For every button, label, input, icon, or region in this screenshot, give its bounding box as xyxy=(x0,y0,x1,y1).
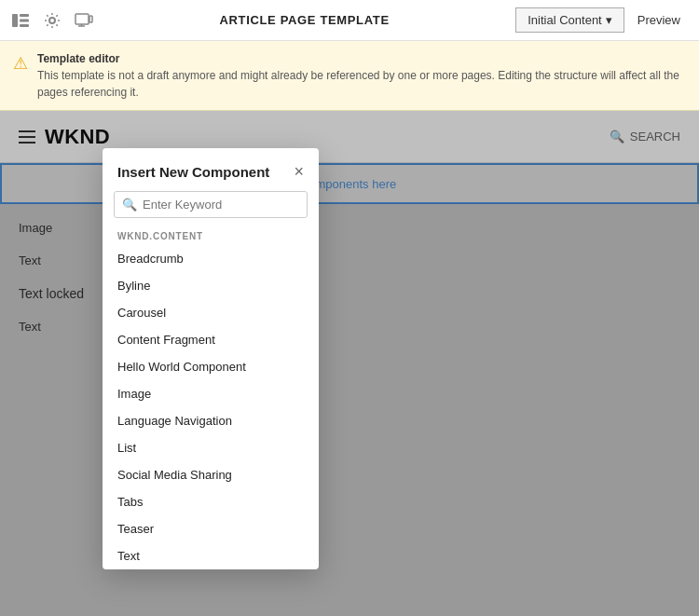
list-item[interactable]: Breadcrumb xyxy=(103,245,319,272)
top-toolbar: ARTICLE PAGE TEMPLATE Initial Content ▾ … xyxy=(0,0,699,41)
search-input[interactable] xyxy=(143,198,299,212)
preview-button[interactable]: Preview xyxy=(630,8,688,32)
list-item[interactable]: Language Navigation xyxy=(103,407,319,434)
settings-icon[interactable] xyxy=(43,11,62,30)
modal-overlay: Insert New Component × 🔍 WKND.CONTENT Br… xyxy=(0,111,699,616)
svg-rect-1 xyxy=(20,14,29,17)
component-list: Breadcrumb Byline Carousel Content Fragm… xyxy=(103,245,319,569)
panel-icon[interactable] xyxy=(11,11,30,30)
page-title: ARTICLE PAGE TEMPLATE xyxy=(220,13,390,27)
list-item[interactable]: Hello World Component xyxy=(103,353,319,380)
device-icon[interactable] xyxy=(75,11,93,30)
warning-content: Template editor This template is not a d… xyxy=(37,50,686,101)
modal-search-container[interactable]: 🔍 xyxy=(114,191,308,218)
warning-bar: ⚠ Template editor This template is not a… xyxy=(0,41,699,111)
list-item[interactable]: Content Fragment xyxy=(103,326,319,353)
toolbar-right: Initial Content ▾ Preview xyxy=(515,7,688,33)
list-item[interactable]: Carousel xyxy=(103,299,319,326)
modal-title: Insert New Component xyxy=(117,164,269,180)
warning-title: Template editor xyxy=(37,50,686,67)
svg-rect-2 xyxy=(20,19,29,21)
svg-rect-5 xyxy=(75,14,89,24)
list-item[interactable]: Social Media Sharing xyxy=(103,461,319,488)
svg-point-4 xyxy=(49,18,55,23)
page-area: WKND 🔍 SEARCH components here Image Text… xyxy=(0,111,699,616)
list-item[interactable]: Text xyxy=(103,542,319,569)
list-item[interactable]: Image xyxy=(103,380,319,407)
modal-close-button[interactable]: × xyxy=(294,163,304,180)
warning-icon: ⚠ xyxy=(13,51,28,76)
modal-header: Insert New Component × xyxy=(103,148,319,191)
list-item[interactable]: Byline xyxy=(103,272,319,299)
list-item[interactable]: List xyxy=(103,434,319,461)
svg-rect-0 xyxy=(12,14,18,27)
chevron-down-icon: ▾ xyxy=(606,13,612,27)
insert-component-modal: Insert New Component × 🔍 WKND.CONTENT Br… xyxy=(103,148,319,569)
svg-rect-6 xyxy=(89,16,92,22)
list-item[interactable]: Teaser xyxy=(103,515,319,542)
category-label: WKND.CONTENT xyxy=(103,227,319,245)
toolbar-left xyxy=(11,11,93,30)
svg-rect-3 xyxy=(20,24,29,27)
list-item[interactable]: Tabs xyxy=(103,488,319,515)
search-icon: 🔍 xyxy=(122,198,137,212)
initial-content-button[interactable]: Initial Content ▾ xyxy=(515,7,624,33)
warning-message: This template is not a draft anymore and… xyxy=(37,69,679,99)
